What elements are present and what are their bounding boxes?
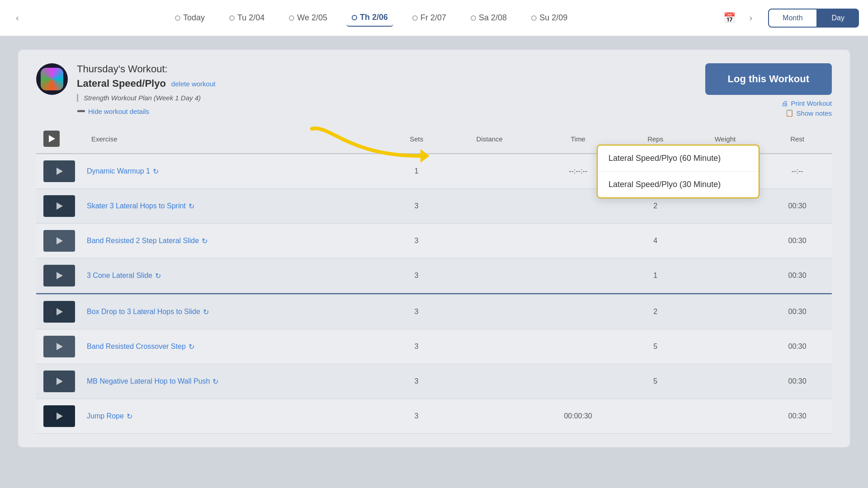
video-thumbnail-cell[interactable] <box>36 258 82 293</box>
refresh-icon: ↻ <box>203 308 209 316</box>
nav-saturday[interactable]: Sa 2/08 <box>465 9 512 26</box>
next-arrow[interactable]: › <box>742 8 759 28</box>
video-thumbnail-cell[interactable] <box>36 224 82 258</box>
distance-col-header: Distance <box>446 124 533 154</box>
top-navigation: ‹ Today Tu 2/04 We 2/05 Th 2/06 Fr 2/07 … <box>0 0 868 36</box>
distance-cell <box>446 258 533 293</box>
day-selector: Today Tu 2/04 We 2/05 Th 2/06 Fr 2/07 Sa… <box>26 9 717 27</box>
rest-cell: 00:30 <box>763 295 832 329</box>
log-workout-button[interactable]: Log this Workout <box>705 63 832 95</box>
reps-cell: 5 <box>623 329 688 364</box>
exercise-link[interactable]: Dynamic Warmup 1 ↻ <box>87 167 379 176</box>
workout-actions: Log this Workout 🖨 Print Workout 📋 Show … <box>705 63 832 117</box>
refresh-icon: ↻ <box>153 167 159 176</box>
sets-cell: 1 <box>387 154 446 189</box>
refresh-icon: ↻ <box>202 237 208 245</box>
nav-tuesday[interactable]: Tu 2/04 <box>224 9 270 26</box>
video-thumbnail-cell[interactable] <box>36 329 82 364</box>
print-workout-link[interactable]: 🖨 Print Workout <box>781 99 832 107</box>
exercise-link[interactable]: Band Resisted 2 Step Lateral Slide ↻ <box>87 237 379 245</box>
delete-workout-link[interactable]: delete workout <box>171 80 216 88</box>
video-col-header <box>36 124 82 154</box>
distance-cell <box>446 154 533 189</box>
calendar-icon[interactable]: 📅 <box>717 8 742 28</box>
sunday-label: Su 2/09 <box>539 13 567 23</box>
exercise-link[interactable]: 3 Cone Lateral Slide ↻ <box>87 272 379 280</box>
sets-cell: 3 <box>387 224 446 258</box>
minus-icon: ➖ <box>77 107 85 115</box>
exercise-link[interactable]: Skater 3 Lateral Hops to Sprint ↻ <box>87 202 379 211</box>
exercise-name-cell: Jump Rope ↻ <box>82 399 387 434</box>
distance-cell <box>446 329 533 364</box>
exercise-link[interactable]: Box Drop to 3 Lateral Hops to Slide ↻ <box>87 308 379 316</box>
show-notes-link[interactable]: 📋 Show notes <box>785 109 832 117</box>
table-row: Band Resisted Crossover Step ↻ 3 5 00:30 <box>36 329 832 364</box>
video-thumbnail-cell[interactable] <box>36 364 82 399</box>
friday-dot <box>412 15 418 21</box>
exercise-name-text: Box Drop to 3 Lateral Hops to Slide <box>87 308 200 316</box>
rest-cell: 00:30 <box>763 189 832 224</box>
tuesday-dot <box>229 15 235 21</box>
refresh-icon: ↻ <box>189 202 194 211</box>
video-thumbnail-cell[interactable] <box>36 399 82 434</box>
time-cell <box>533 329 623 364</box>
prev-arrow[interactable]: ‹ <box>9 8 26 28</box>
rest-header-text: Rest <box>790 135 804 143</box>
hide-details-text: Hide workout details <box>88 108 149 115</box>
nav-sunday[interactable]: Su 2/09 <box>526 9 573 26</box>
weight-cell <box>688 329 763 364</box>
table-row: Band Resisted 2 Step Lateral Slide ↻ 3 4… <box>36 224 832 258</box>
exercise-name-text: Band Resisted Crossover Step <box>87 343 186 351</box>
sets-header-text: Sets <box>410 135 423 143</box>
play-icon-header <box>43 131 60 147</box>
nav-wednesday[interactable]: We 2/05 <box>283 9 333 26</box>
exercise-name-cell: MB Negative Lateral Hop to Wall Push ↻ <box>82 364 387 399</box>
sets-cell: 3 <box>387 364 446 399</box>
tuesday-label: Tu 2/04 <box>237 13 264 23</box>
exercise-name-cell: Dynamic Warmup 1 ↻ <box>82 154 387 189</box>
reps-cell: 2 <box>623 295 688 329</box>
avatar <box>36 63 68 95</box>
thursday-dot <box>352 15 357 20</box>
sets-cell: 3 <box>387 189 446 224</box>
dropdown-60min-label: Lateral Speed/Plyo (60 Minute) <box>609 154 721 163</box>
exercise-col-header: Exercise <box>82 124 387 154</box>
exercise-link[interactable]: Band Resisted Crossover Step ↻ <box>87 343 379 351</box>
weight-cell <box>688 258 763 293</box>
reps-header-text: Reps <box>647 135 663 143</box>
distance-cell <box>446 295 533 329</box>
video-thumbnail-cell[interactable] <box>36 295 82 329</box>
nav-friday[interactable]: Fr 2/07 <box>407 9 452 26</box>
video-thumbnail-cell[interactable] <box>36 154 82 189</box>
table-row: Jump Rope ↻ 3 00:00:30 00:30 <box>36 399 832 434</box>
distance-cell <box>446 399 533 434</box>
exercise-name-cell: Band Resisted Crossover Step ↻ <box>82 329 387 364</box>
day-view-button[interactable]: Day <box>817 9 859 28</box>
refresh-icon: ↻ <box>189 343 194 351</box>
distance-cell <box>446 224 533 258</box>
video-thumbnail-cell[interactable] <box>36 189 82 224</box>
secondary-actions: 🖨 Print Workout 📋 Show notes <box>781 99 832 117</box>
rest-col-header: Rest <box>763 124 832 154</box>
dropdown-30min[interactable]: Lateral Speed/Plyo (30 Minute) <box>598 172 759 197</box>
month-view-button[interactable]: Month <box>768 9 817 28</box>
workout-duration-dropdown[interactable]: Lateral Speed/Plyo (60 Minute) Lateral S… <box>597 145 760 198</box>
exercise-link[interactable]: MB Negative Lateral Hop to Wall Push ↻ <box>87 377 379 386</box>
saturday-label: Sa 2/08 <box>479 13 507 23</box>
distance-cell <box>446 189 533 224</box>
reps-cell <box>623 399 688 434</box>
rest-cell: --:-- <box>763 154 832 189</box>
dropdown-60min[interactable]: Lateral Speed/Plyo (60 Minute) <box>598 145 759 172</box>
sets-cell: 3 <box>387 329 446 364</box>
distance-cell <box>446 364 533 399</box>
time-cell <box>533 224 623 258</box>
exercise-link[interactable]: Jump Rope ↻ <box>87 412 379 421</box>
nav-today[interactable]: Today <box>170 9 210 26</box>
today-label: Today <box>183 13 205 23</box>
thursday-label: Th 2/06 <box>360 13 388 22</box>
rest-cell: 00:30 <box>763 399 832 434</box>
rest-cell: 00:30 <box>763 364 832 399</box>
exercise-name-cell: Skater 3 Lateral Hops to Sprint ↻ <box>82 189 387 224</box>
nav-thursday[interactable]: Th 2/06 <box>346 9 393 27</box>
exercise-name-text: 3 Cone Lateral Slide <box>87 272 152 280</box>
